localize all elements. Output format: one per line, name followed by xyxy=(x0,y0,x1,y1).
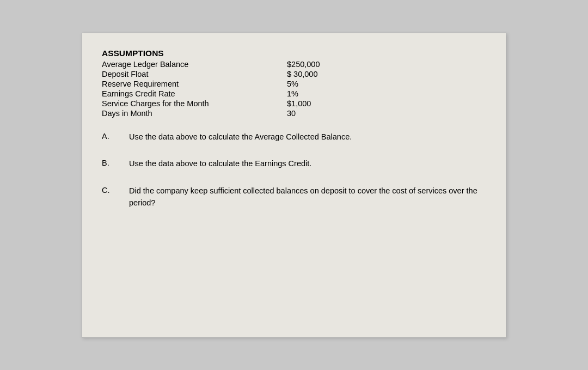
assumption-row: Days in Month30 xyxy=(102,108,486,118)
question-letter-2: C. xyxy=(102,185,129,195)
assumption-row: Service Charges for the Month$1,000 xyxy=(102,99,486,108)
question-letter-1: B. xyxy=(102,158,129,167)
assumption-value: $ 30,000 xyxy=(254,69,486,79)
assumption-value: 1% xyxy=(254,89,486,99)
question-text-0: Use the data above to calculate the Aver… xyxy=(129,131,352,143)
assumption-label: Days in Month xyxy=(102,108,254,118)
assumption-row: Earnings Credit Rate1% xyxy=(102,89,486,99)
assumption-label: Earnings Credit Rate xyxy=(102,89,254,99)
question-row-0: A.Use the data above to calculate the Av… xyxy=(102,131,486,143)
assumption-row: Average Ledger Balance$250,000 xyxy=(102,59,486,69)
assumption-value: $1,000 xyxy=(254,99,486,108)
question-text-2: Did the company keep sufficient collecte… xyxy=(129,185,486,209)
assumptions-section: ASSUMPTIONS Average Ledger Balance$250,0… xyxy=(102,48,486,118)
assumptions-title: ASSUMPTIONS xyxy=(102,48,486,58)
main-card: ASSUMPTIONS Average Ledger Balance$250,0… xyxy=(82,33,506,338)
assumption-value: $250,000 xyxy=(254,59,486,69)
assumption-label: Reserve Requirement xyxy=(102,79,254,89)
assumption-row: Deposit Float$ 30,000 xyxy=(102,69,486,79)
question-letter-0: A. xyxy=(102,131,129,141)
assumption-value: 30 xyxy=(254,108,486,118)
question-text-1: Use the data above to calculate the Earn… xyxy=(129,158,311,170)
assumption-value: 5% xyxy=(254,79,486,89)
assumption-label: Average Ledger Balance xyxy=(102,59,254,69)
assumption-row: Reserve Requirement5% xyxy=(102,79,486,89)
question-row-2: C.Did the company keep sufficient collec… xyxy=(102,185,486,209)
assumption-label: Service Charges for the Month xyxy=(102,99,254,108)
assumptions-table: Average Ledger Balance$250,000Deposit Fl… xyxy=(102,59,486,118)
assumption-label: Deposit Float xyxy=(102,69,254,79)
questions-section: A.Use the data above to calculate the Av… xyxy=(102,131,486,209)
question-row-1: B.Use the data above to calculate the Ea… xyxy=(102,158,486,170)
